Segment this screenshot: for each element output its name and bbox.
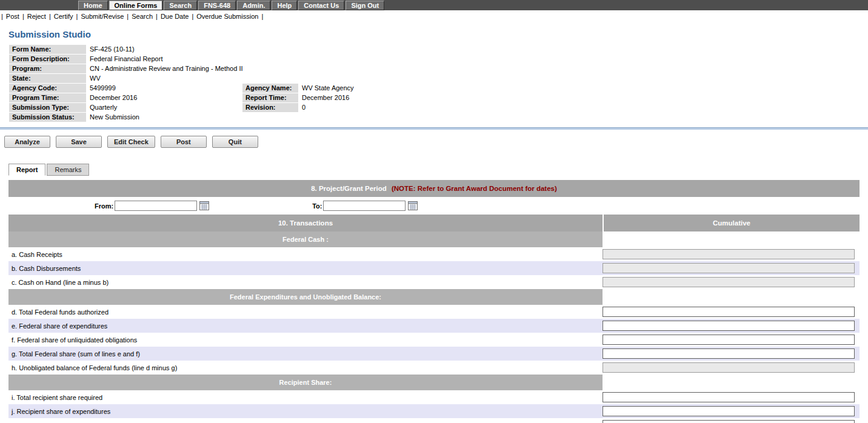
details-row: Submission Type:QuarterlyRevision:0 — [9, 103, 431, 112]
details-body: Form Name:SF-425 (10-11)Form Description… — [9, 45, 431, 122]
detail-label: Program: — [9, 64, 86, 73]
detail-label: Agency Name: — [242, 84, 298, 93]
details-row: Agency Code:5499999Agency Name:WV State … — [9, 84, 431, 93]
nav-tab-online-forms[interactable]: Online Forms — [109, 1, 163, 10]
field-row: a. Cash Receipts — [8, 247, 860, 261]
to-label: To: — [312, 202, 322, 210]
field-value-cell — [603, 277, 860, 287]
period-to-input[interactable] — [323, 201, 406, 211]
analyze-button[interactable]: Analyze — [4, 136, 50, 148]
menu-item-search[interactable]: Search — [132, 13, 153, 20]
field-value-cell — [603, 307, 860, 317]
detail-value: December 2016 — [87, 93, 242, 102]
period-row: From: To: — [8, 197, 860, 215]
field-value-cell — [603, 263, 860, 273]
transactions-column-header: 10. Transactions — [8, 215, 603, 231]
detail-value: WV — [87, 74, 431, 83]
menu-separator: | — [156, 13, 158, 20]
nav-tab-search[interactable]: Search — [164, 1, 197, 10]
project-grant-period-header: 8. Project/Grant Period (NOTE: Refer to … — [8, 180, 860, 197]
amount-input-f[interactable] — [603, 335, 855, 345]
nav-tab-home[interactable]: Home — [78, 1, 108, 10]
section-row: Federal Expenditures and Unobligated Bal… — [8, 289, 860, 305]
amount-input-k[interactable] — [603, 420, 855, 423]
nav-tab-admin[interactable]: Admin. — [237, 1, 270, 10]
field-row: f. Federal share of unliquidated obligat… — [8, 333, 860, 347]
field-label: g. Total Federal share (sum of lines e a… — [8, 350, 603, 358]
post-button[interactable]: Post — [161, 136, 207, 148]
amount-input-a — [603, 249, 855, 259]
report-table: 8. Project/Grant Period (NOTE: Refer to … — [8, 180, 860, 423]
field-label: f. Federal share of unliquidated obligat… — [8, 336, 603, 344]
field-value-cell — [603, 321, 860, 331]
page-title: Submission Studio — [8, 29, 860, 39]
amount-input-g[interactable] — [603, 348, 855, 359]
field-row: h. Unobligated balance of Federal funds … — [8, 361, 860, 375]
details-table: Form Name:SF-425 (10-11)Form Description… — [8, 44, 432, 122]
menu-item-post[interactable]: Post — [6, 13, 19, 20]
from-calendar-icon[interactable] — [199, 201, 209, 210]
tab-remarks[interactable]: Remarks — [47, 164, 89, 176]
field-row: g. Total Federal share (sum of lines e a… — [8, 347, 860, 361]
amount-input-e[interactable] — [603, 321, 855, 331]
amount-input-c — [603, 277, 855, 287]
field-row: j. Recipient share of expenditures — [8, 404, 860, 418]
field-value-cell — [603, 362, 860, 373]
menu-separator: | — [127, 13, 129, 20]
menu-item-due-date[interactable]: Due Date — [161, 13, 189, 20]
tab-report[interactable]: Report — [8, 164, 45, 176]
menu-item-overdue-submission[interactable]: Overdue Submission — [196, 13, 258, 20]
top-navigation: HomeOnline FormsSearchFNS-648Admin.HelpC… — [0, 0, 868, 10]
details-row: Form Name:SF-425 (10-11) — [9, 45, 431, 54]
details-row: Program Time:December 2016Report Time:De… — [9, 93, 431, 102]
edit-check-button[interactable]: Edit Check — [107, 136, 155, 148]
nav-tab-sign-out[interactable]: Sign Out — [346, 1, 384, 10]
menu-separator: | — [22, 13, 24, 20]
field-value-cell — [603, 392, 860, 402]
menu-separator: | — [49, 13, 51, 20]
field-label: c. Cash on Hand (line a minus b) — [8, 279, 603, 286]
section-header: Recipient Share: — [8, 375, 603, 390]
field-label: h. Unobligated balance of Federal funds … — [8, 364, 603, 371]
tab-bar: Report Remarks — [8, 164, 860, 176]
detail-label: State: — [9, 74, 86, 83]
field-value-cell — [603, 406, 860, 416]
menu-item-submit-revise[interactable]: Submit/Revise — [81, 13, 124, 20]
field-row: c. Cash on Hand (line a minus b) — [8, 275, 860, 289]
transactions-header-row: 10. Transactions Cumulative — [8, 215, 860, 231]
menu-separator: | — [192, 13, 193, 20]
period-from-input[interactable] — [115, 201, 197, 211]
detail-label: Agency Code: — [9, 84, 86, 93]
nav-tab-fns-648[interactable]: FNS-648 — [198, 1, 236, 10]
save-button[interactable]: Save — [56, 136, 102, 148]
field-value-cell — [603, 335, 860, 345]
details-row: Submission Status:New Submission — [9, 113, 431, 122]
report-rows: Federal Cash :a. Cash Receiptsb. Cash Di… — [8, 231, 860, 423]
detail-value: Quarterly — [87, 103, 242, 112]
amount-input-j[interactable] — [603, 406, 855, 416]
menu-item-certify[interactable]: Certify — [54, 13, 73, 20]
amount-input-d[interactable] — [603, 307, 855, 317]
menu-separator: | — [76, 13, 78, 20]
detail-label: Form Description: — [9, 55, 86, 64]
to-calendar-icon[interactable] — [408, 201, 418, 210]
field-label: d. Total Federal funds authorized — [8, 308, 603, 316]
amount-input-i[interactable] — [603, 392, 855, 402]
details-row: Program:CN - Administrative Review and T… — [9, 64, 431, 73]
detail-value: December 2016 — [299, 93, 431, 102]
field-label: i. Total recipient share required — [8, 394, 603, 401]
section8-title: 8. Project/Grant Period — [311, 185, 387, 192]
detail-value: Federal Financial Report — [87, 55, 431, 64]
quit-button[interactable]: Quit — [212, 136, 258, 148]
nav-tab-help[interactable]: Help — [272, 1, 297, 10]
detail-value: CN - Administrative Review and Training … — [87, 64, 431, 73]
field-row: e. Federal share of expenditures — [8, 319, 860, 333]
field-row: i. Total recipient share required — [8, 390, 860, 404]
detail-label: Submission Type: — [9, 103, 86, 112]
nav-tab-contact-us[interactable]: Contact Us — [298, 1, 344, 10]
section-row: Recipient Share: — [8, 375, 860, 390]
field-row: d. Total Federal funds authorized — [8, 305, 860, 319]
menu-item-reject[interactable]: Reject — [27, 13, 46, 20]
section-row: Federal Cash : — [8, 231, 860, 247]
field-row: k. Remaining recipient share to be provi… — [8, 418, 860, 423]
